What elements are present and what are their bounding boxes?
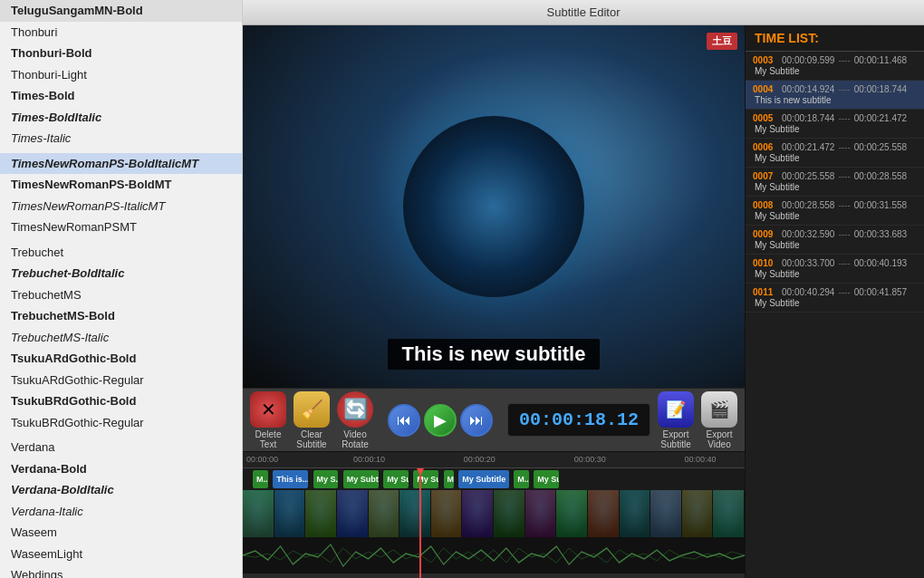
waveform-svg xyxy=(243,537,745,573)
playback-controls: ⏮ ▶ ⏭ xyxy=(388,404,493,437)
export-video-icon: 🎬 xyxy=(701,391,737,428)
delete-text-button[interactable]: ✕ Delete Text xyxy=(250,391,286,449)
subtitle-block[interactable]: My Su... xyxy=(534,470,559,488)
subtitle-overlay: This is new subtitle xyxy=(243,339,745,370)
font-item[interactable]: Waseem xyxy=(0,522,242,544)
font-item[interactable]: TimesNewRomanPS-BoldItalicMT xyxy=(0,153,242,175)
rotate-icon: 🔄 xyxy=(337,391,373,428)
font-item[interactable]: Times-Bold xyxy=(0,85,242,107)
font-item[interactable]: TsukuARdGothic-Regular xyxy=(0,370,242,391)
subtitle-block[interactable]: My Subtitle xyxy=(458,470,508,488)
play-button[interactable]: ▶ xyxy=(424,404,457,437)
time-list-item[interactable]: 001100:00:40.294 ---- 00:00:41.857My Sub… xyxy=(746,284,924,313)
thumb-frame xyxy=(682,490,714,537)
font-item[interactable]: TsukuARdGothic-Bold xyxy=(0,348,242,370)
time-list-item[interactable]: 000500:00:18.744 ---- 00:00:21.472My Sub… xyxy=(746,110,924,139)
font-item[interactable]: TrebuchetMS-Bold xyxy=(0,305,242,327)
time-item-dash: ---- xyxy=(838,258,850,268)
time-item-end: 00:00:40.193 xyxy=(854,258,907,268)
thumb-frame xyxy=(462,490,494,537)
timeline-ruler: 00:00:00 00:00:10 00:00:20 00:00:30 00:0… xyxy=(243,452,745,468)
time-list-item[interactable]: 000800:00:28.558 ---- 00:00:31.558My Sub… xyxy=(746,197,924,226)
thumb-frame xyxy=(369,490,400,537)
time-item-start: 00:00:21.472 xyxy=(782,142,834,152)
font-item[interactable]: Trebuchet-BoldItalic xyxy=(0,263,242,284)
time-list-items[interactable]: 000300:00:09.599 ---- 00:00:11.468My Sub… xyxy=(746,52,924,578)
time-item-end: 00:00:21.472 xyxy=(854,113,907,123)
thumb-frame xyxy=(494,490,525,537)
rewind-button[interactable]: ⏮ xyxy=(388,404,420,437)
font-item[interactable]: TimesNewRomanPS-BoldMT xyxy=(0,174,242,196)
time-item-start: 00:00:09.599 xyxy=(782,55,834,65)
subtitle-block[interactable]: My Su... xyxy=(383,470,409,488)
video-logo: 土豆 xyxy=(707,33,737,50)
font-item[interactable]: TimesNewRomanPS-ItalicMT xyxy=(0,196,242,217)
font-list: TeluguSangamMN-BoldThonburiThonburi-Bold… xyxy=(0,0,242,578)
time-list-item[interactable]: 000400:00:14.924 ---- 00:00:18.744This i… xyxy=(746,81,924,110)
font-item[interactable]: Times-BoldItalic xyxy=(0,107,242,129)
time-item-dash: ---- xyxy=(838,287,850,297)
font-item[interactable]: TrebuchetMS-Italic xyxy=(0,327,242,349)
font-item[interactable]: Verdana xyxy=(0,437,242,458)
font-item[interactable]: TimesNewRomanPSMT xyxy=(0,217,242,238)
time-item-end: 00:00:25.558 xyxy=(854,142,907,152)
time-list-item[interactable]: 000900:00:32.590 ---- 00:00:33.683My Sub… xyxy=(746,226,924,255)
subtitle-block[interactable]: My S... xyxy=(313,470,339,488)
subtitle-block[interactable]: M... xyxy=(253,470,268,488)
subtitle-display: This is new subtitle xyxy=(388,339,601,370)
time-item-number: 0010 xyxy=(753,258,778,268)
clear-subtitle-button[interactable]: 🧹 Clear Subtitle xyxy=(294,391,330,449)
timeline-area: 00:00:00 00:00:10 00:00:20 00:00:30 00:0… xyxy=(243,451,745,578)
ruler-mark-1: 00:00:10 xyxy=(353,455,385,464)
thumb-frame xyxy=(399,490,431,537)
thumb-frame xyxy=(525,490,557,537)
time-item-subtitle: My Subtitle xyxy=(753,211,924,221)
font-item[interactable]: TeluguSangamMN-Bold xyxy=(0,0,242,22)
time-item-subtitle: My Subtitle xyxy=(753,182,924,192)
font-item[interactable]: Trebuchet xyxy=(0,242,242,264)
subtitle-block[interactable]: M... xyxy=(514,470,529,488)
time-list-item[interactable]: 000700:00:25.558 ---- 00:00:28.558My Sub… xyxy=(746,168,924,197)
font-item[interactable]: TsukuBRdGothic-Regular xyxy=(0,412,242,434)
time-item-number: 0009 xyxy=(753,229,778,239)
time-list-item[interactable]: 000600:00:21.472 ---- 00:00:25.558My Sub… xyxy=(746,139,924,168)
subtitle-block[interactable]: M xyxy=(444,470,454,488)
thumb-frame xyxy=(588,490,620,537)
fast-forward-button[interactable]: ⏭ xyxy=(460,404,493,437)
video-container: 土豆 This is new subtitle xyxy=(243,25,745,388)
font-item[interactable]: Verdana-BoldItalic xyxy=(0,479,242,501)
export-subtitle-button[interactable]: 📝 Export Subtitle xyxy=(658,391,694,449)
export-video-button[interactable]: 🎬 Export Video xyxy=(701,391,737,449)
subtitle-block[interactable]: My Su... xyxy=(413,470,438,488)
delete-icon: ✕ xyxy=(250,391,286,428)
time-item-dash: ---- xyxy=(838,142,850,152)
subtitle-block[interactable]: This is... xyxy=(273,470,308,488)
font-item[interactable]: TrebuchetMS xyxy=(0,284,242,306)
font-item[interactable]: Webdings xyxy=(0,564,242,578)
subtitle-block[interactable]: My Subtitle xyxy=(343,470,379,488)
time-list-item[interactable]: 000300:00:09.599 ---- 00:00:11.468My Sub… xyxy=(746,52,924,81)
time-item-end: 00:00:18.744 xyxy=(854,84,907,94)
timeline-tracks: M...This is...My S...My SubtitleMy Su...… xyxy=(243,468,745,578)
font-item[interactable]: WaseemLight xyxy=(0,544,242,565)
font-item[interactable]: TsukuBRdGothic-Bold xyxy=(0,390,242,412)
export-video-label: Export Video xyxy=(701,429,737,449)
ruler-mark-2: 00:00:20 xyxy=(464,455,496,464)
font-item[interactable]: Thonburi-Light xyxy=(0,64,242,86)
video-rotate-button[interactable]: 🔄 Video Rotate xyxy=(337,391,373,449)
time-list-item[interactable]: 001000:00:33.700 ---- 00:00:40.193My Sub… xyxy=(746,255,924,284)
time-item-subtitle: My Subtitle xyxy=(753,240,924,250)
time-item-subtitle: My Subtitle xyxy=(753,269,924,279)
font-item[interactable]: Thonburi xyxy=(0,22,242,43)
waveform-track xyxy=(243,537,745,573)
time-item-number: 0008 xyxy=(753,200,778,210)
font-item[interactable]: Verdana-Bold xyxy=(0,458,242,480)
time-item-subtitle: My Subtitle xyxy=(753,66,924,76)
font-item[interactable]: Times-Italic xyxy=(0,128,242,149)
font-item[interactable]: Verdana-Italic xyxy=(0,501,242,523)
time-item-end: 00:00:11.468 xyxy=(854,55,907,65)
time-list-header: TIME LIST: xyxy=(746,25,924,52)
clear-icon: 🧹 xyxy=(294,391,330,428)
font-item[interactable]: Thonburi-Bold xyxy=(0,43,242,64)
ruler-mark-0: 00:00:00 xyxy=(246,455,278,464)
